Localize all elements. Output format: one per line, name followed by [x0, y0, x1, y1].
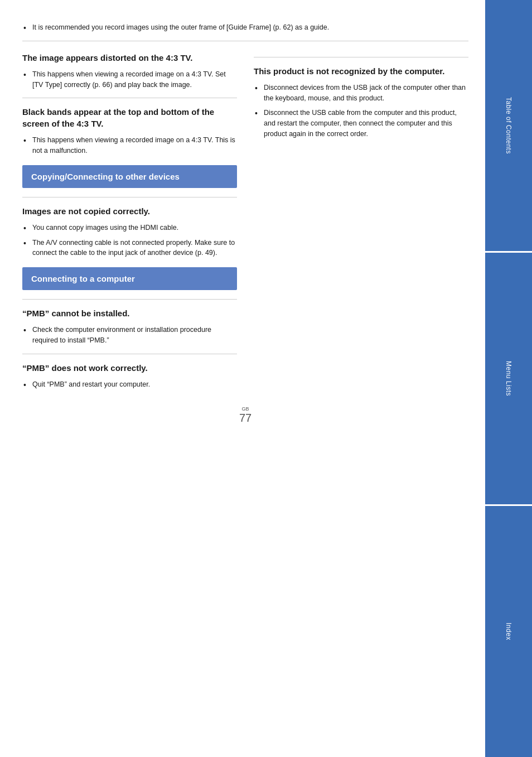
- section3-bullets: You cannot copy images using the HDMI ca…: [22, 223, 237, 258]
- page-footer: GB 77: [22, 395, 468, 430]
- page-number-block: GB 77: [239, 406, 252, 425]
- banner-computer: Connecting to a computer: [22, 267, 237, 290]
- banner-computer-label: Connecting to a computer: [31, 274, 135, 283]
- banner-copying: Copying/Connecting to other devices: [22, 165, 237, 188]
- menu-label: Menu Lists: [505, 361, 512, 396]
- section5-bullet1: Quit “PMB” and restart your computer.: [22, 379, 237, 390]
- section4-bullets: Check the computer environment or instal…: [22, 325, 237, 346]
- index-label: Index: [505, 623, 512, 640]
- page-container: It is recommended you record images usin…: [0, 0, 532, 757]
- section3-bullet1: You cannot copy images using the HDMI ca…: [22, 223, 237, 233]
- right-column: This product is not recognized by the co…: [254, 49, 468, 396]
- section2-heading: Black bands appear at the top and bottom…: [22, 106, 237, 129]
- section5-bullets: Quit “PMB” and restart your computer.: [22, 379, 237, 390]
- divider-banner1: [22, 197, 237, 197]
- divider-intro: [22, 41, 468, 41]
- right-section1-bullet1: Disconnect devices from the USB jack of …: [254, 83, 468, 104]
- section1-bullet1: This happens when viewing a recorded ima…: [22, 69, 237, 90]
- section4-heading: “PMB” cannot be installed.: [22, 307, 237, 319]
- banner-copying-label: Copying/Connecting to other devices: [31, 172, 180, 181]
- sidebar-tab-menu[interactable]: Menu Lists: [485, 253, 532, 504]
- page-label-small: GB: [239, 406, 252, 412]
- section3-heading: Images are not copied correctly.: [22, 205, 237, 217]
- right-sidebar: Table of Contents Menu Lists Index: [485, 0, 532, 757]
- sidebar-tab-toc[interactable]: Table of Contents: [485, 0, 532, 251]
- page-number: 77: [239, 412, 252, 424]
- intro-bullet-item: It is recommended you record images usin…: [22, 22, 468, 33]
- intro-bullet-list: It is recommended you record images usin…: [22, 22, 468, 33]
- divider-section1: [22, 98, 237, 98]
- toc-label: Table of Contents: [505, 97, 512, 154]
- section1-heading: The image appears distorted on the 4:3 T…: [22, 52, 237, 64]
- divider-right-top: [254, 57, 468, 57]
- right-section1-bullets: Disconnect devices from the USB jack of …: [254, 83, 468, 139]
- section2-bullets: This happens when viewing a recorded ima…: [22, 135, 237, 156]
- main-content: It is recommended you record images usin…: [0, 0, 485, 757]
- section4-bullet1: Check the computer environment or instal…: [22, 325, 237, 346]
- left-column: The image appears distorted on the 4:3 T…: [22, 49, 237, 396]
- divider-banner2: [22, 299, 237, 300]
- two-column-layout: The image appears distorted on the 4:3 T…: [22, 49, 468, 396]
- section3-bullet2: The A/V connecting cable is not connecte…: [22, 238, 237, 259]
- divider-section4: [22, 354, 237, 354]
- sidebar-tab-index[interactable]: Index: [485, 506, 532, 757]
- section5-heading: “PMB” does not work correctly.: [22, 362, 237, 374]
- section2-bullet1: This happens when viewing a recorded ima…: [22, 135, 237, 156]
- right-section1-bullet2: Disconnect the USB cable from the comput…: [254, 108, 468, 139]
- right-section1-heading: This product is not recognized by the co…: [254, 65, 468, 77]
- section1-bullets: This happens when viewing a recorded ima…: [22, 69, 237, 90]
